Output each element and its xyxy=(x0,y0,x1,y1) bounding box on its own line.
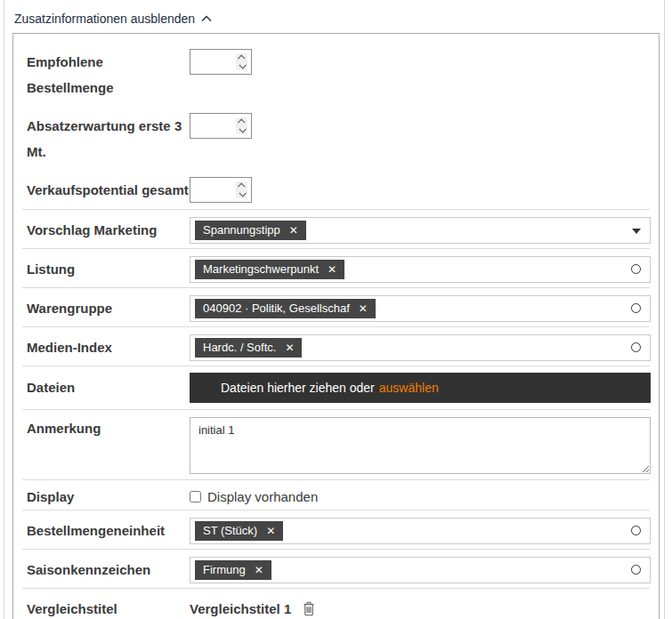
selected-tag: Marketingschwerpunkt ✕ xyxy=(195,260,344,279)
field-label: Empfohlene Bestellmenge xyxy=(27,49,190,100)
row-verkaufspotential: Verkaufspotential gesamt xyxy=(13,177,659,203)
field-label: Dateien xyxy=(27,373,190,403)
tag-label: ST (Stück) xyxy=(203,524,257,538)
field-label: Warengruppe xyxy=(27,295,190,322)
remove-tag-icon[interactable]: ✕ xyxy=(359,301,368,316)
chevron-up-icon xyxy=(201,15,212,22)
field-label: Display xyxy=(27,489,190,505)
dropdown-arrow-icon[interactable] xyxy=(632,229,641,234)
chevron-down-icon xyxy=(239,189,246,197)
field-label: Listung xyxy=(27,256,190,283)
row-anmerkung: Anmerkung initial 1 xyxy=(13,410,659,479)
row-medien-index: Medien-Index Hardc. / Softc. ✕ xyxy=(13,327,659,366)
row-vergleichstitel: Vergleichstitel Vergleichstitel 1 xyxy=(13,589,659,619)
remove-tag-icon[interactable]: ✕ xyxy=(328,262,336,277)
field-label: Medien-Index xyxy=(27,334,190,361)
row-empfohlene-bestellmenge: Empfohlene Bestellmenge xyxy=(13,49,659,100)
remove-tag-icon[interactable]: ✕ xyxy=(255,563,263,577)
field-label: Verkaufspotential gesamt xyxy=(27,177,190,203)
field-label: Bestellmengeneinheit xyxy=(27,518,190,544)
row-saisonkennzeichen: Saisonkennzeichen Firmung ✕ xyxy=(13,550,659,588)
number-stepper[interactable] xyxy=(236,117,247,134)
anmerkung-textarea[interactable]: initial 1 xyxy=(190,417,651,474)
absatzerwartung-input[interactable] xyxy=(190,113,252,139)
row-absatzerwartung: Absatzerwartung erste 3 Mt. xyxy=(13,113,659,165)
empfohlene-bestellmenge-input[interactable] xyxy=(190,49,252,75)
remove-tag-icon[interactable]: ✕ xyxy=(289,223,298,237)
chevron-up-icon xyxy=(238,118,245,125)
zusatzinformationen-panel: Empfohlene Bestellmenge Absatzerwartung … xyxy=(12,33,660,619)
remove-tag-icon[interactable]: ✕ xyxy=(285,341,294,355)
row-warengruppe: Warengruppe 040902 · Politik, Gesellscha… xyxy=(13,288,659,326)
selected-tag: Spannungstipp ✕ xyxy=(195,221,306,240)
selected-tag: Firmung ✕ xyxy=(195,560,271,580)
tag-label: 040902 · Politik, Gesellschaf xyxy=(203,301,350,316)
chevron-down-icon xyxy=(239,61,246,68)
toggle-zusatzinformationen[interactable]: Zusatzinformationen ausblenden xyxy=(14,12,212,26)
zusatzinformationen-section: Zusatzinformationen ausblenden Empfohlen… xyxy=(12,11,660,619)
combobox-circle-icon xyxy=(631,303,641,313)
checkbox-label: Display vorhanden xyxy=(207,489,318,504)
row-dateien: Dateien Dateien hierher ziehen oder ausw… xyxy=(13,366,659,409)
field-label: Absatzerwartung erste 3 Mt. xyxy=(27,113,190,165)
field-label: Saisonkennzeichen xyxy=(27,557,190,583)
number-stepper[interactable] xyxy=(236,53,247,70)
page-container-border-left xyxy=(4,0,4,619)
page-container-border-right xyxy=(664,0,665,619)
file-select-link[interactable]: auswählen xyxy=(379,381,439,395)
display-vorhanden-option[interactable]: Display vorhanden xyxy=(190,489,651,504)
chevron-up-icon xyxy=(238,54,245,61)
field-label: Anmerkung xyxy=(27,417,190,474)
bestellmengeneinheit-multiselect[interactable]: ST (Stück) ✕ xyxy=(190,518,651,544)
number-stepper[interactable] xyxy=(236,181,247,198)
field-label: Vergleichstitel xyxy=(27,599,190,619)
selected-tag: 040902 · Politik, Gesellschaf ✕ xyxy=(195,299,376,318)
vorschlag-marketing-multiselect[interactable]: Spannungstipp ✕ xyxy=(190,217,651,244)
dropzone-text: Dateien hierher ziehen oder xyxy=(221,381,375,395)
chevron-down-icon xyxy=(239,125,246,133)
combobox-circle-icon xyxy=(631,264,641,274)
remove-tag-icon[interactable]: ✕ xyxy=(266,524,275,538)
chevron-up-icon xyxy=(238,182,245,189)
combobox-circle-icon xyxy=(631,342,641,352)
row-listung: Listung Marketingschwerpunkt ✕ xyxy=(13,249,659,287)
toggle-label: Zusatzinformationen ausblenden xyxy=(14,12,195,26)
selected-tag: ST (Stück) ✕ xyxy=(195,521,283,541)
file-dropzone[interactable]: Dateien hierher ziehen oder auswählen xyxy=(190,373,651,403)
tag-label: Marketingschwerpunkt xyxy=(203,262,319,277)
combobox-circle-icon xyxy=(631,526,641,535)
medien-index-multiselect[interactable]: Hardc. / Softc. ✕ xyxy=(190,334,651,361)
tag-label: Hardc. / Softc. xyxy=(203,341,276,355)
row-vorschlag-marketing: Vorschlag Marketing Spannungstipp ✕ xyxy=(13,210,659,248)
row-bestellmengeneinheit: Bestellmengeneinheit ST (Stück) ✕ xyxy=(13,510,659,549)
display-vorhanden-checkbox[interactable] xyxy=(190,491,201,502)
combobox-circle-icon xyxy=(631,565,641,575)
vergleichstitel-entry-title: Vergleichstitel 1 xyxy=(190,599,291,618)
selected-tag: Hardc. / Softc. ✕ xyxy=(195,338,302,358)
listung-multiselect[interactable]: Marketingschwerpunkt ✕ xyxy=(190,256,651,283)
tag-label: Firmung xyxy=(203,563,246,577)
tag-label: Spannungstipp xyxy=(203,223,280,237)
verkaufspotential-input[interactable] xyxy=(190,177,252,203)
field-label: Vorschlag Marketing xyxy=(27,217,190,244)
trash-icon[interactable] xyxy=(303,601,315,616)
saisonkennzeichen-multiselect[interactable]: Firmung ✕ xyxy=(190,557,651,583)
row-display: Display Display vorhanden xyxy=(13,480,659,510)
warengruppe-multiselect[interactable]: 040902 · Politik, Gesellschaf ✕ xyxy=(190,295,651,322)
